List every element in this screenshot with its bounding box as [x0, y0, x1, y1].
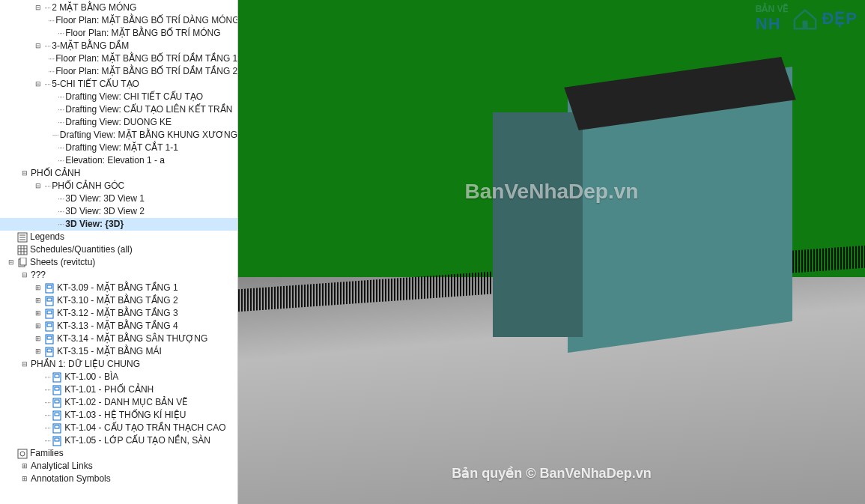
tree-item[interactable]: ····KT-1.04 - CẤU TẠO TRẦN THẠCH CAO: [0, 422, 237, 434]
tree-item[interactable]: ····Floor Plan: MẶT BẰNG BỐ TRÍ DÀNG MÓN…: [0, 14, 237, 27]
families-icon: [17, 449, 28, 459]
tree-item[interactable]: Families: [0, 447, 237, 460]
sheets-icon: [17, 258, 28, 268]
tree-item[interactable]: Schedules/Quantities (all): [0, 243, 237, 256]
svg-rect-35: [18, 449, 27, 458]
svg-rect-37: [803, 21, 808, 29]
legend-icon: [17, 232, 28, 243]
sheet-icon: [44, 347, 55, 357]
tree-item[interactable]: ⊟····PHỐI CẢNH GÓC: [0, 180, 237, 192]
tree-item-label: 3D View: {3D}: [65, 218, 124, 231]
tree-item[interactable]: ····Floor Plan: MẶT BẰNG BỐ TRÍ MÓNG: [0, 27, 237, 40]
tree-item[interactable]: ····Drafting View: DUONG KE: [0, 116, 237, 129]
tree-item[interactable]: ····Floor Plan: MẶT BẰNG BỐ TRÍ DẦM TẦNG…: [0, 65, 237, 78]
sheet-icon: [52, 423, 62, 434]
tree-expander-icon[interactable]: ⊞: [33, 334, 43, 344]
tree-item[interactable]: ····KT-1.01 - PHỐI CẢNH: [0, 383, 237, 396]
tree-item[interactable]: ····KT-1.05 - LỚP CẤU TẠO NỀN, SÀN: [0, 434, 237, 447]
tree-item-label: KT-3.13 - MẶT BẰNG TẦNG 4: [57, 320, 178, 333]
svg-rect-28: [55, 400, 59, 403]
tree-item-label: Floor Plan: MẶT BẰNG BỐ TRÍ DẦM TẦNG 1: [55, 52, 237, 65]
tree-item[interactable]: ⊞KT-3.09 - MẶT BẰNG TẦNG 1: [0, 282, 237, 294]
tree-connector: ····: [58, 116, 64, 129]
tree-item[interactable]: ⊞KT-3.13 - MẶT BẰNG TẦNG 4: [0, 320, 237, 333]
tree-item[interactable]: ····3D View: 3D View 2: [0, 205, 237, 218]
tree-expander-icon[interactable]: ⊞: [33, 283, 43, 293]
tree-item[interactable]: ····Drafting View: CHI TIẾT CẤU TẠO: [0, 91, 237, 103]
tree-item[interactable]: ····KT-1.02 - DANH MỤC BẢN VẼ: [0, 396, 237, 409]
tree-expander-icon[interactable]: ⊟: [33, 41, 43, 51]
tree-item-label: Drafting View: MẶT CẮT 1-1: [65, 142, 178, 154]
sheet-icon: [44, 283, 55, 294]
tree-item[interactable]: ⊞Annotation Symbols: [0, 473, 237, 485]
tree-connector: ····: [58, 91, 64, 103]
tree-connector: ····: [48, 52, 54, 65]
sheet-icon: [44, 321, 55, 332]
tree-expander-icon[interactable]: ⊞: [19, 461, 29, 471]
tree-item[interactable]: ⊟PHẦN 1: DỮ LIỆU CHUNG: [0, 358, 237, 371]
svg-rect-24: [55, 374, 59, 377]
tree-item[interactable]: ⊞Analytical Links: [0, 460, 237, 473]
3d-viewport[interactable]: BanVeNhaDep.vn Bản quyền © BanVeNhaDep.v…: [238, 0, 865, 504]
tree-item[interactable]: ⊞KT-3.10 - MẶT BẰNG TẦNG 2: [0, 294, 237, 307]
tree-item[interactable]: Legends: [0, 231, 237, 243]
tree-item-label: Annotation Symbols: [31, 473, 111, 485]
tree-item[interactable]: ····3D View: {3D}: [0, 218, 237, 231]
tree-item[interactable]: ····Drafting View: CẤU TẠO LIÊN KẾT TRẦN: [0, 103, 237, 116]
tree-item[interactable]: ⊞KT-3.14 - MẶT BẰNG SÂN THƯỢNG: [0, 333, 237, 345]
tree-item[interactable]: ····Drafting View: MẶT CẮT 1-1: [0, 142, 237, 154]
tree-item[interactable]: ····Elevation: Elevation 1 - a: [0, 154, 237, 167]
sheet-icon: [52, 410, 62, 421]
tree-item-label: ???: [31, 269, 46, 282]
tree-expander-icon[interactable]: ⊟: [19, 359, 29, 369]
svg-rect-26: [55, 387, 59, 390]
tree-item-label: Floor Plan: MẶT BẰNG BỐ TRÍ DÀNG MÓNG: [55, 14, 238, 27]
tree-item[interactable]: ····KT-1.00 - BÌA: [0, 371, 237, 383]
tree-expander-icon[interactable]: ⊞: [19, 474, 29, 484]
tree-item[interactable]: ····Floor Plan: MẶT BẰNG BỐ TRÍ DẦM TẦNG…: [0, 52, 237, 65]
tree-item[interactable]: ⊟???: [0, 269, 237, 282]
tree-connector: ····: [44, 409, 50, 422]
svg-rect-30: [55, 413, 59, 416]
tree-expander-icon[interactable]: ⊟: [33, 181, 43, 191]
tree-connector: ····: [52, 129, 58, 142]
tree-expander-icon[interactable]: ⊞: [33, 321, 43, 331]
tree-item[interactable]: ⊟····2 MẶT BẰNG MÓNG: [0, 1, 237, 14]
tree-connector: ····: [58, 103, 64, 116]
tree-expander-icon[interactable]: ⊞: [33, 309, 43, 318]
tree-item[interactable]: ····3D View: 3D View 1: [0, 192, 237, 205]
svg-rect-14: [47, 298, 52, 301]
sheet-icon: [44, 334, 55, 344]
tree-expander-icon[interactable]: ⊞: [33, 347, 43, 356]
tree-item-label: 2 MẶT BẰNG MÓNG: [52, 1, 136, 14]
svg-rect-20: [47, 336, 52, 339]
tree-item-label: KT-1.05 - LỚP CẤU TẠO NỀN, SÀN: [64, 434, 210, 447]
tree-item-label: KT-1.03 - HỆ THỐNG KÍ HIỆU: [64, 409, 186, 422]
tree-item[interactable]: ⊟····3-MẶT BẰNG DẦM: [0, 40, 237, 52]
tree-expander-icon[interactable]: ⊟: [19, 270, 29, 280]
tree-connector: ····: [44, 40, 50, 52]
tree-item[interactable]: ⊞KT-3.12 - MẶT BẰNG TẦNG 3: [0, 307, 237, 320]
tree-item[interactable]: ⊞KT-3.15 - MẶT BẰNG MÁI: [0, 345, 237, 358]
tree-expander-icon[interactable]: ⊟: [33, 3, 43, 13]
building-model: [448, 52, 717, 337]
tree-item[interactable]: ····Drafting View: MẶT BẰNG KHUNG XƯƠNG: [0, 129, 237, 142]
tree-item-label: Drafting View: CẤU TẠO LIÊN KẾT TRẦN: [65, 103, 232, 116]
tree-item[interactable]: ····KT-1.03 - HỆ THỐNG KÍ HIỆU: [0, 409, 237, 422]
tree-expander-icon[interactable]: ⊟: [19, 168, 29, 178]
tree-item-label: 5-CHI TIẾT CẤU TẠO: [52, 78, 139, 91]
tree-item-label: Sheets (revitctu): [30, 256, 95, 269]
tree-item-label: Drafting View: DUONG KE: [65, 116, 172, 129]
tree-expander-icon[interactable]: ⊞: [33, 296, 43, 306]
tree-item[interactable]: ⊟····5-CHI TIẾT CẤU TẠO: [0, 78, 237, 91]
tree-item[interactable]: ⊟PHỐI CẢNH: [0, 167, 237, 180]
tree-expander-icon[interactable]: ⊟: [33, 79, 43, 89]
project-browser-panel[interactable]: ⊟····2 MẶT BẰNG MÓNG····Floor Plan: MẶT …: [0, 0, 238, 504]
tree-item-label: Floor Plan: MẶT BẰNG BỐ TRÍ DẦM TẦNG 2: [55, 65, 237, 78]
tree-connector: ····: [44, 371, 50, 383]
tree-connector: ····: [58, 218, 64, 231]
tree-expander-icon[interactable]: ⊟: [6, 258, 16, 267]
tree-item[interactable]: ⊟Sheets (revitctu): [0, 256, 237, 269]
tree-item-label: Elevation: Elevation 1 - a: [65, 154, 165, 167]
tree-connector: ····: [44, 422, 50, 434]
